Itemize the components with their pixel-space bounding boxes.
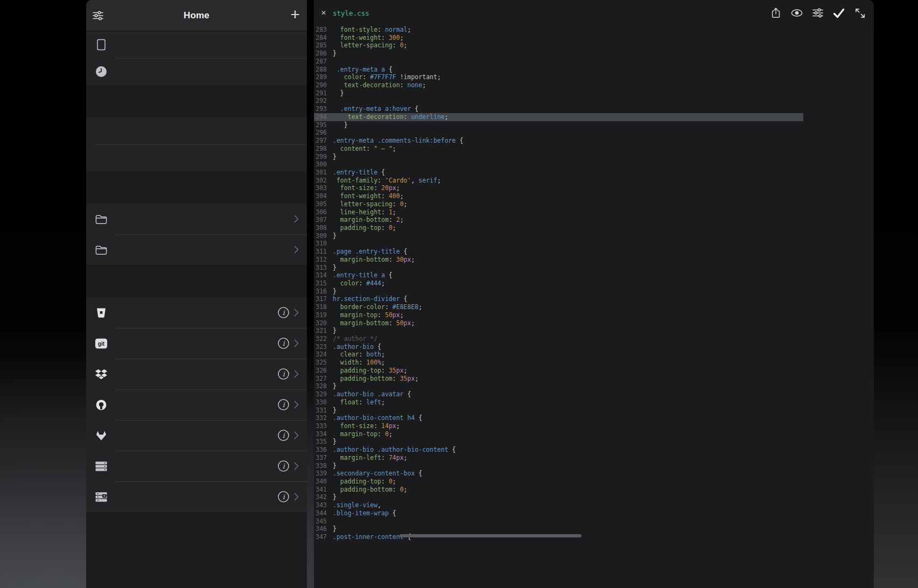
sidebar-title: Home: [86, 10, 307, 21]
line-number: 292: [314, 97, 327, 105]
add-connection-button[interactable]: +: [283, 4, 307, 27]
code-line: 330 float: left;: [314, 398, 874, 407]
line-number: 283: [314, 26, 327, 34]
line-number: 332: [314, 414, 327, 422]
code-line: 331}: [314, 407, 874, 415]
line-number: 308: [314, 224, 327, 232]
line-number: 302: [314, 177, 327, 185]
expand-icon[interactable]: [853, 6, 866, 19]
line-number: 331: [314, 407, 327, 415]
code-line: 314.entry-title a {: [314, 271, 874, 279]
line-number: 287: [314, 58, 327, 66]
sidebar-item-work[interactable]: [86, 234, 307, 265]
line-number: 300: [314, 160, 327, 169]
code-line: 320 margin-bottom: 50px;: [314, 319, 874, 327]
line-number: 312: [314, 256, 327, 264]
info-button[interactable]: i: [277, 368, 290, 380]
info-button[interactable]: i: [277, 337, 290, 349]
line-number: 341: [314, 486, 327, 494]
tab-close-button[interactable]: ✕: [317, 6, 330, 19]
svg-text:i: i: [283, 493, 285, 501]
line-number: 347: [314, 533, 327, 541]
action-open-file[interactable]: [86, 117, 307, 144]
code-line: 285 letter-spacing: 0;: [314, 41, 874, 50]
code-area[interactable]: 283 font-style: normal;284 font-weight: …: [314, 26, 874, 541]
sidebar-settings-button[interactable]: [86, 4, 110, 27]
line-number: 319: [314, 311, 327, 319]
line-number: 337: [314, 454, 327, 462]
line-number: 285: [314, 41, 327, 50]
code-line: 286}: [314, 50, 874, 58]
code-line: 283 font-style: normal;: [314, 26, 874, 34]
line-number: 316: [314, 288, 327, 296]
sidebar-item-documents[interactable]: [86, 204, 307, 234]
info-button[interactable]: i: [277, 491, 290, 503]
plus-icon: +: [290, 6, 300, 23]
chevron-right-icon: [294, 431, 299, 440]
code-line: 295 }: [314, 121, 874, 129]
line-number: 323: [314, 343, 327, 351]
editor-settings-icon[interactable]: [811, 6, 824, 19]
code-line: 309}: [314, 232, 874, 240]
code-line: 307 margin-bottom: 2;: [314, 216, 874, 224]
section-gap: [86, 171, 307, 204]
section-rows: [86, 117, 307, 171]
line-number: 289: [314, 73, 327, 81]
action-link-folder[interactable]: [86, 144, 307, 171]
tab-filename[interactable]: style.css: [333, 9, 369, 17]
line-number: 284: [314, 34, 327, 42]
line-number: 296: [314, 129, 327, 137]
sidebar-item-github[interactable]: i: [86, 389, 307, 420]
info-button[interactable]: i: [277, 306, 290, 319]
editor-toolbar: [769, 6, 866, 19]
line-number: 297: [314, 137, 327, 145]
line-number: 335: [314, 438, 327, 446]
share-icon[interactable]: [769, 6, 782, 19]
info-button[interactable]: i: [277, 429, 290, 442]
line-number: 286: [314, 50, 327, 58]
line-number: 306: [314, 208, 327, 216]
code-line: 293 .entry-meta a:hover {: [314, 105, 874, 113]
sidebar-item-dropbox[interactable]: i: [86, 359, 307, 389]
sidebar-item-custom-git[interactable]: giti: [86, 328, 307, 359]
line-number: 317: [314, 295, 327, 303]
code-line: 344.blog-item-wrap {: [314, 509, 874, 517]
code-line: 326 padding-top: 35px;: [314, 367, 874, 375]
code-line: 300: [314, 160, 874, 169]
dropbox-icon: [95, 368, 108, 381]
section-rows: [86, 204, 307, 265]
github-icon: [95, 398, 108, 411]
sidebar-item-local-files[interactable]: [86, 31, 307, 58]
code-line: 323.author-bio {: [314, 343, 874, 351]
code-line: 321}: [314, 327, 874, 335]
editor-tabbar: ✕ style.css: [314, 0, 874, 26]
sidebar-item-bitbucket[interactable]: i: [86, 297, 307, 328]
line-number: 298: [314, 145, 327, 153]
sidebar-item-gitlab[interactable]: i: [86, 420, 307, 451]
svg-text:i: i: [283, 401, 285, 409]
gitlab-icon: [95, 429, 108, 442]
chevron-right-icon: [294, 215, 299, 223]
close-icon: ✕: [321, 9, 326, 17]
code-line: 301.entry-title {: [314, 169, 874, 177]
sidebar-item-raspberry-pi-ftp[interactable]: i: [86, 451, 307, 481]
code-line: 339.secondary-content-box {: [314, 470, 874, 478]
horizontal-scrollbar[interactable]: [400, 534, 581, 537]
code-line: 337 margin-left: 74px;: [314, 454, 874, 462]
code-line: 304 font-weight: 400;: [314, 192, 874, 200]
quick-items: [86, 31, 307, 85]
done-check-icon[interactable]: [832, 6, 845, 19]
line-number: 290: [314, 81, 327, 89]
line-number: 301: [314, 169, 327, 177]
code-line: 347.post-inner-content {: [314, 533, 874, 541]
info-button[interactable]: i: [277, 460, 290, 472]
code-line: 308 padding-top: 0;: [314, 224, 874, 232]
chevron-right-icon: [294, 493, 299, 501]
preview-eye-icon[interactable]: [790, 6, 803, 19]
code-line: 322/* author */: [314, 335, 874, 343]
sidebar-item-recent-files[interactable]: [86, 58, 307, 85]
info-button[interactable]: i: [277, 398, 290, 411]
code-line: 333 font-size: 14px;: [314, 422, 874, 430]
section-gap: [86, 85, 307, 117]
sidebar-item-raspberry-pi-ssh[interactable]: i: [86, 481, 307, 512]
